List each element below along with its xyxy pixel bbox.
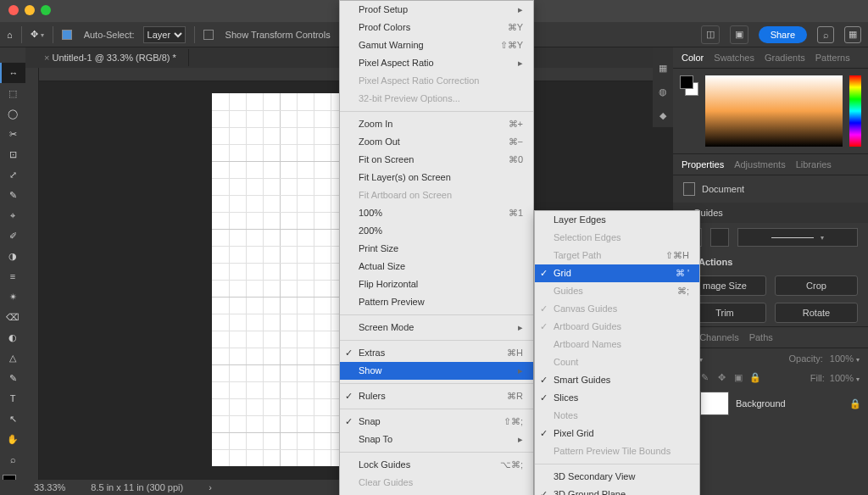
lock-all-icon[interactable]: 🔒 <box>749 372 761 383</box>
auto-select-checkbox[interactable] <box>62 30 72 40</box>
tool-button[interactable]: ⌖ <box>0 205 25 225</box>
tool-button[interactable]: ✂ <box>0 124 25 144</box>
menu-item[interactable]: ✓3D Ground Plane <box>535 486 699 495</box>
menu-item[interactable]: Proof Colors⌘Y <box>340 19 533 36</box>
collapsed-panel-icon[interactable]: ▦ <box>653 56 673 80</box>
menu-item[interactable]: Gamut Warning⇧⌘Y <box>340 36 533 54</box>
tool-button[interactable]: ◐ <box>0 327 25 348</box>
panel-tab[interactable]: Swatches <box>714 53 754 63</box>
document-info[interactable]: 8.5 in x 11 in (300 ppi) <box>91 482 183 492</box>
hue-slider[interactable] <box>849 75 861 147</box>
menu-item[interactable]: Zoom In⌘+ <box>340 115 533 133</box>
minimize-window-icon[interactable] <box>25 5 35 15</box>
menu-item[interactable]: Show▸ <box>340 362 533 380</box>
panel-tab[interactable]: Adjustments <box>734 159 786 170</box>
tab-close-icon[interactable]: × <box>44 53 49 63</box>
tool-button[interactable]: △ <box>0 348 25 368</box>
menu-item[interactable]: 200% <box>340 222 533 240</box>
tool-button[interactable]: ⌕ <box>0 449 25 470</box>
close-window-icon[interactable] <box>8 5 19 15</box>
crop-button[interactable]: Crop <box>775 275 858 296</box>
tool-button[interactable]: ✎ <box>0 185 25 205</box>
search-icon[interactable]: ⌕ <box>817 26 834 43</box>
menu-item-label: Pixel Aspect Ratio <box>359 57 434 70</box>
menu-item[interactable]: Snap To▸ <box>340 431 533 448</box>
tool-button[interactable]: ↖ <box>0 409 25 429</box>
tool-button[interactable]: T <box>0 388 25 409</box>
rotate-button[interactable]: Rotate <box>775 303 858 323</box>
guides-section-header[interactable]: ⌄Guides <box>673 203 868 223</box>
menu-item[interactable]: Screen Mode▸ <box>340 319 533 336</box>
vertical-ruler[interactable] <box>25 68 39 480</box>
panel-tab[interactable]: Patterns <box>815 53 850 63</box>
opacity-field[interactable]: 100%▾ <box>830 353 860 364</box>
move-tool-icon[interactable]: ✥▾ <box>31 29 44 40</box>
layer-row[interactable]: 👁 Background 🔒 <box>673 387 868 420</box>
menu-item[interactable]: Layer Edges <box>535 211 699 229</box>
mask-icon[interactable]: ▣ <box>730 25 748 44</box>
panel-tab[interactable]: Channels <box>699 332 738 342</box>
guide-icon[interactable] <box>710 228 729 247</box>
menu-item[interactable]: ✓Smart Guides <box>535 371 699 389</box>
menu-item[interactable]: ✓Rulers⌘R <box>340 387 533 405</box>
tool-button[interactable]: ⌫ <box>0 307 25 327</box>
menu-item[interactable]: ✓Snap⇧⌘; <box>340 413 533 431</box>
menu-item[interactable]: 100%⌘1 <box>340 204 533 222</box>
menu-item[interactable]: Flip Horizontal <box>340 275 533 293</box>
menu-item[interactable]: ✓Grid⌘ ' <box>535 264 699 282</box>
lock-icon[interactable]: 🔒 <box>849 398 861 409</box>
tool-button[interactable]: ◑ <box>0 246 25 266</box>
panel-tab[interactable]: Paths <box>749 332 773 342</box>
menu-item[interactable]: Zoom Out⌘− <box>340 133 533 151</box>
fill-field[interactable]: 100%▾ <box>830 373 860 383</box>
color-field[interactable] <box>705 75 843 147</box>
menu-item[interactable]: ✓Pixel Grid <box>535 425 699 442</box>
menu-shortcut: ⌘; <box>677 285 689 298</box>
chevron-right-icon[interactable]: › <box>209 482 212 492</box>
menu-item[interactable]: Pixel Aspect Ratio▸ <box>340 54 533 72</box>
lock-pixels-icon[interactable]: ✎ <box>698 372 710 383</box>
lock-artboard-icon[interactable]: ▣ <box>732 372 744 383</box>
tool-button[interactable]: ≡ <box>0 266 25 286</box>
menu-item-label: Extras <box>359 347 385 359</box>
menu-item[interactable]: ✓Slices <box>535 389 699 407</box>
guide-style-dropdown[interactable]: ▾ <box>737 228 858 247</box>
menu-item[interactable]: 3D Secondary View <box>535 468 699 486</box>
menu-item[interactable]: Pattern Preview <box>340 293 533 311</box>
tool-button[interactable]: ⤢ <box>0 164 25 185</box>
tool-button[interactable]: ⊡ <box>0 144 25 164</box>
tool-button[interactable]: ✎ <box>0 368 25 388</box>
transform-icon[interactable]: ◫ <box>701 25 720 44</box>
panel-tab[interactable]: Gradients <box>765 53 805 63</box>
show-transform-checkbox[interactable] <box>203 30 214 40</box>
menu-item[interactable]: Print Size <box>340 240 533 258</box>
tool-button[interactable]: ⬚ <box>0 83 25 103</box>
workspace-icon[interactable]: ▦ <box>844 26 861 43</box>
zoom-level[interactable]: 33.33% <box>34 482 65 492</box>
panel-tab[interactable]: Color <box>682 53 704 63</box>
tool-button[interactable]: ✐ <box>0 225 25 246</box>
tool-button[interactable]: ✋ <box>0 429 25 449</box>
document-tab[interactable]: × Untitled-1 @ 33.3% (RGB/8) * <box>25 49 189 66</box>
tool-button[interactable]: ↔ <box>0 63 25 83</box>
menu-item[interactable]: ✓Extras⌘H <box>340 344 533 362</box>
fg-swatch[interactable] <box>680 75 693 89</box>
menu-item[interactable]: Lock Guides⌥⌘; <box>340 456 533 474</box>
menu-item[interactable]: Actual Size <box>340 258 533 275</box>
home-icon[interactable]: ⌂ <box>7 30 13 40</box>
panel-tab[interactable]: Libraries <box>796 159 832 170</box>
auto-select-dropdown[interactable]: Layer <box>143 26 186 43</box>
share-button[interactable]: Share <box>759 26 807 43</box>
foreground-background-swatch[interactable] <box>680 75 698 147</box>
fullscreen-window-icon[interactable] <box>41 5 51 15</box>
panel-tab[interactable]: Properties <box>682 159 724 170</box>
menu-item[interactable]: Fit on Screen⌘0 <box>340 151 533 169</box>
lock-position-icon[interactable]: ✥ <box>715 372 727 383</box>
menu-item[interactable]: Proof Setup▸ <box>340 1 533 19</box>
collapsed-panel-icon[interactable]: ◍ <box>653 80 673 103</box>
tool-button[interactable]: ✴ <box>0 286 25 307</box>
menu-item[interactable]: Fit Layer(s) on Screen <box>340 169 533 186</box>
layer-thumbnail[interactable] <box>700 392 729 415</box>
tool-button[interactable]: ◯ <box>0 103 25 124</box>
collapsed-panel-icon[interactable]: ◆ <box>653 103 673 127</box>
